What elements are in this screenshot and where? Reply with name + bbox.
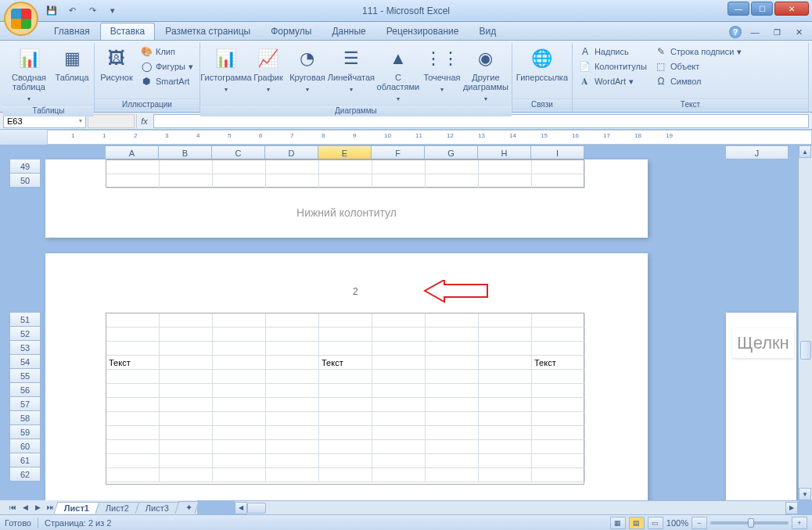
- zoom-slider[interactable]: [710, 521, 789, 525]
- help-icon[interactable]: ?: [729, 26, 742, 38]
- scroll-left-button[interactable]: ◀: [235, 502, 247, 514]
- save-icon[interactable]: 💾: [43, 2, 60, 20]
- line-chart-button[interactable]: 📈График: [250, 45, 286, 95]
- bar-chart-button[interactable]: ☰Линейчатая: [329, 45, 374, 95]
- column-chart-button[interactable]: 📊Гистограмма: [203, 45, 249, 95]
- clipart-button[interactable]: 🎨Клип: [137, 45, 196, 59]
- col-head-a[interactable]: A: [106, 145, 159, 159]
- tab-home[interactable]: Главная: [44, 23, 100, 40]
- shapes-icon: ◯: [140, 60, 153, 73]
- cell-e54[interactable]: Текст: [319, 356, 372, 370]
- tab-insert[interactable]: Вставка: [100, 23, 156, 40]
- view-pagelayout-button[interactable]: ▤: [629, 517, 645, 529]
- row-head-51[interactable]: 51: [9, 313, 41, 327]
- other-charts-button[interactable]: ◉Другие диаграммы: [463, 45, 508, 105]
- zoom-thumb[interactable]: [748, 518, 754, 528]
- undo-icon[interactable]: ↶: [63, 2, 81, 20]
- new-sheet-button[interactable]: ✦: [175, 501, 199, 514]
- shapes-button[interactable]: ◯Фигуры ▾: [137, 59, 196, 73]
- scroll-down-button[interactable]: ▼: [799, 488, 811, 500]
- col-head-e[interactable]: E: [318, 145, 372, 159]
- col-head-d[interactable]: D: [265, 145, 318, 159]
- arrow-annotation: [421, 280, 491, 303]
- scatter-chart-button[interactable]: ⋮⋮Точечная: [422, 45, 462, 95]
- row-head-57[interactable]: 57: [9, 397, 41, 411]
- signature-button[interactable]: ✎Строка подписи ▾: [652, 45, 745, 59]
- view-pagebreak-button[interactable]: ▭: [648, 517, 663, 529]
- zoom-in-button[interactable]: +: [792, 517, 807, 529]
- maximize-button[interactable]: ☐: [751, 2, 773, 16]
- area-chart-button[interactable]: ▲С областями: [375, 45, 421, 105]
- view-normal-button[interactable]: ▦: [610, 517, 626, 529]
- restore-window-icon[interactable]: ❐: [768, 23, 785, 41]
- tab-data[interactable]: Данные: [322, 23, 375, 40]
- worksheet-area[interactable]: A B C D E F G H I J 49 50 Нижний колонти…: [0, 145, 798, 500]
- close-workbook-icon[interactable]: ✕: [790, 23, 807, 41]
- minimize-ribbon-icon[interactable]: —: [746, 23, 763, 41]
- sheet-nav-first[interactable]: ⏮: [6, 501, 19, 514]
- row-head-50[interactable]: 50: [9, 174, 41, 188]
- col-head-g[interactable]: G: [425, 145, 478, 159]
- office-button[interactable]: [4, 2, 38, 36]
- tab-view[interactable]: Вид: [469, 23, 506, 40]
- row-head-60[interactable]: 60: [9, 439, 41, 453]
- row-head-59[interactable]: 59: [9, 425, 41, 439]
- row-head-53[interactable]: 53: [9, 341, 41, 355]
- col-head-h[interactable]: H: [478, 145, 531, 159]
- close-button[interactable]: ✕: [774, 2, 809, 16]
- footer-placeholder[interactable]: Нижний колонтитул: [45, 206, 648, 219]
- scroll-up-button[interactable]: ▲: [799, 145, 811, 158]
- row-head-56[interactable]: 56: [9, 383, 41, 397]
- row-head-61[interactable]: 61: [9, 453, 41, 467]
- title-bar: 💾 ↶ ↷ ▾ 111 - Microsoft Excel — ☐ ✕: [0, 0, 812, 22]
- pivot-table-icon: 📊: [16, 46, 41, 71]
- col-head-c[interactable]: C: [212, 145, 265, 159]
- zoom-out-button[interactable]: −: [692, 517, 707, 529]
- fx-icon[interactable]: fx: [136, 114, 152, 128]
- smartart-button[interactable]: ⬢SmartArt: [137, 74, 196, 88]
- symbol-button[interactable]: ΩСимвол: [652, 74, 745, 88]
- side-click-text[interactable]: Щелкн: [732, 328, 794, 358]
- headerfooter-button[interactable]: 📄Колонтитулы: [576, 59, 650, 73]
- textbox-button[interactable]: AНадпись: [576, 45, 650, 59]
- sheet-tab-1[interactable]: Лист1: [54, 502, 100, 514]
- minimize-button[interactable]: —: [728, 2, 749, 16]
- pie-chart-button[interactable]: ◔Круговая: [288, 45, 327, 95]
- zoom-percent[interactable]: 100%: [666, 518, 688, 528]
- object-button[interactable]: ⬚Объект: [652, 59, 745, 73]
- col-head-i[interactable]: I: [531, 145, 584, 159]
- cell-a54[interactable]: Текст: [106, 356, 160, 370]
- tab-pagelayout[interactable]: Разметка страницы: [155, 23, 260, 40]
- sheet-nav-prev[interactable]: ◀: [19, 501, 31, 514]
- pivot-table-button[interactable]: 📊Сводная таблица: [6, 45, 52, 105]
- table-button[interactable]: ▦Таблица: [53, 45, 91, 84]
- group-text: AНадпись 📄Колонтитулы 𝐀WordArt ▾ ✎Строка…: [573, 43, 809, 112]
- row-head-49[interactable]: 49: [9, 159, 41, 174]
- row-head-58[interactable]: 58: [9, 411, 41, 425]
- scroll-right-button[interactable]: ▶: [785, 502, 798, 514]
- row-head-54[interactable]: 54: [9, 355, 41, 369]
- picture-button[interactable]: 🖼Рисунок: [98, 45, 135, 84]
- col-head-j[interactable]: J: [726, 145, 789, 159]
- row-head-55[interactable]: 55: [9, 369, 41, 383]
- cell-i54[interactable]: Текст: [532, 356, 585, 370]
- sheet-tab-2[interactable]: Лист2: [95, 502, 140, 514]
- hscroll-thumb[interactable]: [247, 503, 266, 514]
- col-head-f[interactable]: F: [372, 145, 425, 159]
- tab-review[interactable]: Рецензирование: [376, 23, 469, 40]
- redo-icon[interactable]: ↷: [84, 2, 101, 20]
- wordart-button[interactable]: 𝐀WordArt ▾: [576, 74, 650, 88]
- vscroll-thumb[interactable]: [800, 341, 811, 360]
- group-links: 🌐Гиперссылка Связи: [512, 43, 573, 112]
- row-head-62[interactable]: 62: [9, 467, 41, 482]
- hyperlink-button[interactable]: 🌐Гиперссылка: [516, 45, 569, 84]
- row-head-52[interactable]: 52: [9, 327, 41, 341]
- qat-dropdown-icon[interactable]: ▾: [104, 2, 121, 20]
- col-head-b[interactable]: B: [159, 145, 212, 159]
- other-charts-icon: ◉: [473, 46, 498, 71]
- sheet-tab-3[interactable]: Лист3: [135, 502, 180, 514]
- vertical-scrollbar[interactable]: ▲ ▼: [798, 145, 812, 500]
- sheet-nav-next[interactable]: ▶: [31, 501, 44, 514]
- tab-formulas[interactable]: Формулы: [260, 23, 322, 40]
- horizontal-scrollbar[interactable]: ◀ ▶: [235, 500, 798, 514]
